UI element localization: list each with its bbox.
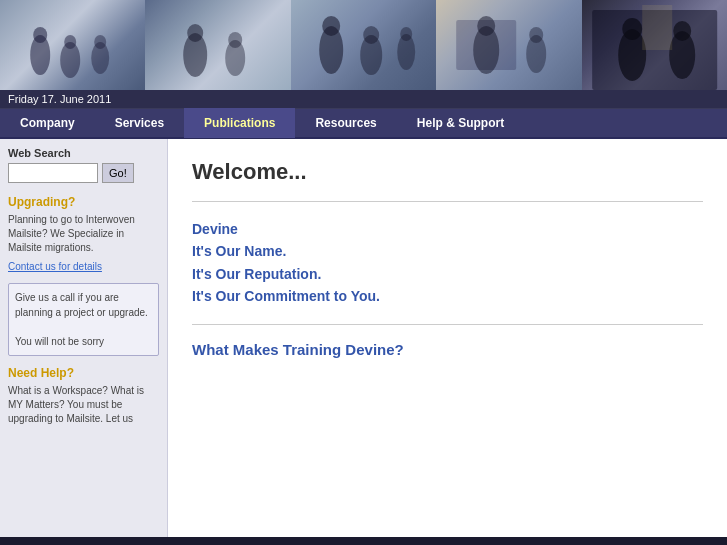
- content-area: Welcome... Devine It's Our Name. It's Ou…: [168, 139, 727, 537]
- contact-link[interactable]: Contact us for details: [8, 261, 102, 272]
- sidebar-box-call: Give us a call if you are planning a pro…: [8, 283, 159, 356]
- upgrading-heading: Upgrading?: [8, 195, 159, 209]
- svg-point-7: [188, 24, 204, 42]
- header-banner: [0, 0, 727, 90]
- svg-point-9: [229, 32, 243, 48]
- svg-point-13: [363, 26, 379, 44]
- nav-resources[interactable]: Resources: [295, 108, 396, 138]
- welcome-heading: Welcome...: [192, 159, 703, 185]
- banner-segment-1: [0, 0, 145, 90]
- svg-point-23: [622, 18, 642, 40]
- search-row: Go!: [8, 163, 159, 183]
- nav-publications[interactable]: Publications: [184, 108, 295, 138]
- training-heading: What Makes Training Devine?: [192, 341, 703, 358]
- help-text: What is a Workspace? What is MY Matters?…: [8, 384, 159, 426]
- svg-point-18: [477, 16, 495, 36]
- navigation: Company Services Publications Resources …: [0, 109, 727, 139]
- tagline-4: It's Our Commitment to You.: [192, 285, 703, 307]
- banner-segment-3: [291, 0, 436, 90]
- box-sorry-text: You will not be sorry: [15, 334, 152, 349]
- svg-rect-26: [642, 5, 672, 50]
- divider-bottom: [192, 324, 703, 325]
- search-input[interactable]: [8, 163, 98, 183]
- tagline-3: It's Our Reputation.: [192, 263, 703, 285]
- svg-point-3: [64, 35, 76, 49]
- nav-services[interactable]: Services: [95, 108, 184, 138]
- svg-point-5: [94, 35, 106, 49]
- main-layout: Web Search Go! Upgrading? Planning to go…: [0, 139, 727, 537]
- box-call-text: Give us a call if you are planning a pro…: [15, 290, 152, 320]
- search-section: Web Search Go!: [8, 147, 159, 183]
- sidebar: Web Search Go! Upgrading? Planning to go…: [0, 139, 168, 537]
- svg-point-11: [322, 16, 340, 36]
- svg-point-1: [33, 27, 47, 43]
- tagline-1: Devine: [192, 218, 703, 240]
- tagline-block: Devine It's Our Name. It's Our Reputatio…: [192, 218, 703, 308]
- banner-segment-2: [145, 0, 290, 90]
- search-label: Web Search: [8, 147, 159, 159]
- upgrading-text: Planning to go to Interwoven Mailsite? W…: [8, 213, 159, 255]
- divider-top: [192, 201, 703, 202]
- svg-point-15: [400, 27, 412, 41]
- banner-segment-5: [582, 0, 727, 90]
- date-text: Friday 17. June 2011: [8, 93, 111, 105]
- search-button[interactable]: Go!: [102, 163, 134, 183]
- svg-point-25: [673, 21, 691, 41]
- sidebar-upgrading-block: Upgrading? Planning to go to Interwoven …: [8, 195, 159, 273]
- date-bar: Friday 17. June 2011: [0, 90, 727, 109]
- svg-point-20: [529, 27, 543, 43]
- sidebar-help-block: Need Help? What is a Workspace? What is …: [8, 366, 159, 426]
- help-heading: Need Help?: [8, 366, 159, 380]
- banner-segment-4: [436, 0, 581, 90]
- tagline-2: It's Our Name.: [192, 240, 703, 262]
- nav-company[interactable]: Company: [0, 108, 95, 138]
- nav-help-support[interactable]: Help & Support: [397, 108, 524, 138]
